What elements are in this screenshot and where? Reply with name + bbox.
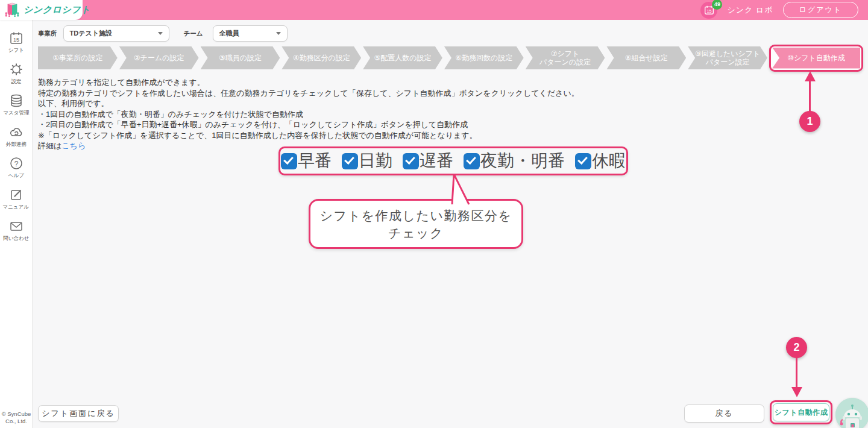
- help-icon: ?: [9, 156, 24, 171]
- step-4-worktype[interactable]: ④勤務区分の設定: [281, 46, 361, 69]
- step-wizard: ①事業所の設定 ②チームの設定 ③職員の設定 ④勤務区分の設定 ⑤配置人数の設定…: [38, 46, 863, 69]
- category-item-nikkin: 日勤: [342, 149, 392, 172]
- category-label: 遅番: [420, 149, 453, 172]
- header-right: 15 49 シンク ロボ ログアウト: [700, 2, 868, 19]
- app-logo[interactable]: シンクロシフト: [0, 0, 83, 20]
- category-label: 休暇: [592, 149, 626, 172]
- annotation-line-2: [796, 357, 797, 387]
- detail-link[interactable]: こちら: [61, 141, 86, 150]
- category-item-hayaban: 早番: [281, 149, 332, 172]
- svg-text:?: ?: [14, 160, 18, 168]
- sidebar-item-master[interactable]: マスタ管理: [0, 90, 33, 121]
- instruction-line: ・1回目の自動作成で「夜勤・明番」のみチェックを付けた状態で自動作成: [38, 109, 579, 120]
- instruction-line: 以下、利用例です。: [38, 98, 579, 109]
- back-to-shift-screen-button[interactable]: シフト画面に戻る: [38, 405, 119, 422]
- category-label: 夜勤・明番: [480, 149, 565, 172]
- robot-icon: [835, 398, 868, 428]
- sidebar-item-external[interactable]: 外部連携: [0, 121, 33, 153]
- annotation-arrow-2: [791, 387, 802, 397]
- logout-button[interactable]: ログアウト: [783, 2, 858, 18]
- sidebar-item-label: マニュアル: [3, 203, 30, 210]
- filter-row: 事業所 TDテスト施設 チーム 全職員: [38, 25, 288, 42]
- step-2-team[interactable]: ②チームの設定: [119, 46, 199, 69]
- instruction-line: ※「ロックしてシフト作成」を選択することで、1回目に自動作成した内容を保持した状…: [38, 130, 579, 141]
- database-icon: [9, 93, 24, 108]
- sidebar-item-label: ヘルプ: [8, 172, 24, 179]
- sidebar-nav: 15 シフト 設定 マスタ管理: [0, 20, 33, 428]
- gear-icon: [9, 62, 24, 77]
- sidebar-item-label: シフト: [8, 46, 24, 54]
- team-label: チーム: [184, 30, 203, 38]
- step-5-staffing[interactable]: ⑤配置人数の設定: [363, 46, 442, 69]
- step-9-avoid-pattern[interactable]: ⑨回避したいシフト パターン設定: [688, 46, 767, 69]
- category-checkbox-hayaban[interactable]: [281, 153, 297, 169]
- annotation-line-1: [809, 81, 811, 112]
- sidebar-item-shift[interactable]: 15 シフト: [0, 27, 33, 58]
- category-checkbox-nikkin[interactable]: [342, 153, 358, 169]
- step-3-staff[interactable]: ③職員の設定: [201, 46, 280, 69]
- check-icon: [405, 154, 415, 164]
- sidebar-item-help[interactable]: ? ヘルプ: [0, 153, 33, 184]
- callout-text-line2: チェック: [388, 224, 444, 242]
- back-button[interactable]: 戻る: [684, 404, 764, 423]
- step-10-auto-create[interactable]: ⑩シフト自動作成: [772, 48, 860, 69]
- annotation-badge-2: 2: [786, 337, 807, 358]
- sidebar-item-label: 設定: [11, 78, 21, 85]
- callout-text-line1: シフトを作成したい勤務区分を: [320, 207, 512, 224]
- office-select[interactable]: TDテスト施設: [63, 25, 169, 42]
- shift-auto-create-button[interactable]: シフト自動作成: [773, 403, 829, 421]
- work-category-group-annotation: 早番 日勤 遅番 夜勤・明番 休暇: [278, 146, 628, 175]
- instruction-line: 特定の勤務カテゴリでシフトを作成したい場合は、任意の勤務カテゴリをチェックして「…: [38, 88, 579, 99]
- callout-annotation: シフトを作成したい勤務区分を チェック: [309, 199, 523, 249]
- step-10-highlight-annotation: ⑩シフト自動作成: [769, 45, 863, 72]
- chevron-down-icon: [158, 32, 163, 35]
- chatbot-mascot-button[interactable]: [835, 398, 868, 428]
- category-label: 日勤: [359, 149, 392, 172]
- category-checkbox-kyuka[interactable]: [575, 153, 591, 169]
- category-item-osoban: 遅番: [403, 149, 453, 172]
- step-7-shift-pattern[interactable]: ⑦シフト パターンの設定: [526, 46, 605, 69]
- step-1-office[interactable]: ①事業所の設定: [38, 46, 118, 69]
- main-content: 事業所 TDテスト施設 チーム 全職員 ①事業所の設定 ②チームの設定 ③職員の…: [33, 20, 868, 428]
- instruction-line: 勤務カテゴリを指定して自動作成ができます。: [38, 77, 579, 88]
- check-icon: [344, 154, 354, 164]
- step-6-workcount[interactable]: ⑥勤務回数の設定: [444, 46, 524, 69]
- notification-count-badge: 49: [712, 0, 722, 10]
- sidebar-item-inquiry[interactable]: 問い合わせ: [0, 215, 33, 247]
- app-header: シンクロシフト 15 49 シンク ロボ ログアウト: [0, 0, 868, 20]
- callout-tail: [451, 174, 471, 206]
- check-icon: [577, 154, 588, 164]
- svg-text:15: 15: [13, 37, 19, 43]
- instruction-line: ・2回目の自動作成で「早番+日勤+遅番+休暇」のみチェックを付け、「ロックしてシ…: [38, 119, 579, 130]
- category-checkbox-osoban[interactable]: [403, 153, 419, 169]
- user-name: シンク ロボ: [727, 5, 773, 16]
- cloud-sync-icon: [9, 125, 24, 139]
- category-checkbox-yakin[interactable]: [464, 153, 480, 169]
- annotation-badge-1: 1: [799, 111, 820, 132]
- check-icon: [466, 154, 476, 164]
- sidebar-item-label: マスタ管理: [3, 109, 29, 116]
- sidebar-item-label: 外部連携: [5, 140, 26, 148]
- app-title: シンクロシフト: [24, 4, 90, 16]
- annotation-arrow-1: [805, 71, 816, 81]
- sidebar-item-label: 問い合わせ: [3, 234, 29, 242]
- sidebar-item-manual[interactable]: マニュアル: [0, 184, 33, 215]
- copyright: © SynCube Co., Ltd.: [0, 411, 33, 424]
- shift-calendar-notification-button[interactable]: 15 49: [700, 2, 717, 19]
- sidebar-item-settings[interactable]: 設定: [0, 58, 33, 90]
- manual-icon: [9, 187, 24, 202]
- category-item-yakin: 夜勤・明番: [464, 149, 565, 172]
- instructions: 勤務カテゴリを指定して自動作成ができます。 特定の勤務カテゴリでシフトを作成した…: [38, 77, 579, 151]
- detail-prefix: 詳細は: [38, 141, 61, 150]
- app-logo-icon: [4, 1, 20, 19]
- chevron-down-icon: [276, 32, 281, 35]
- step-8-combination[interactable]: ⑧組合せ設定: [606, 46, 686, 69]
- team-select[interactable]: 全職員: [213, 25, 288, 42]
- check-icon: [283, 154, 294, 164]
- category-item-kyuka: 休暇: [575, 149, 626, 172]
- office-label: 事業所: [38, 30, 57, 38]
- mail-icon: [9, 219, 24, 233]
- calendar-icon: 15: [9, 31, 24, 45]
- office-select-value: TDテスト施設: [70, 29, 112, 38]
- svg-text:15: 15: [706, 8, 711, 14]
